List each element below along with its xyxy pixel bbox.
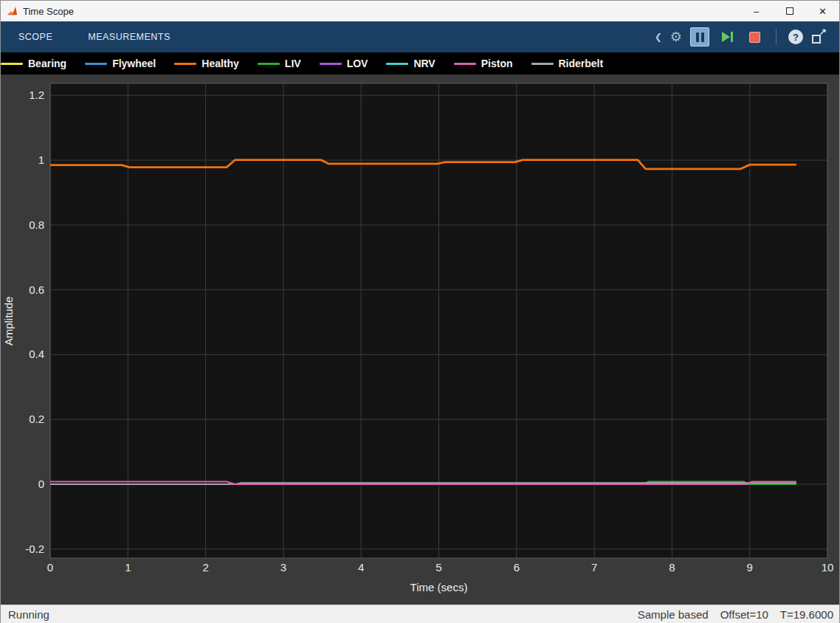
toolstrip-tabs: SCOPE MEASUREMENTS (1, 21, 188, 52)
tab-measurements[interactable]: MEASUREMENTS (70, 21, 188, 52)
matlab-icon (7, 6, 18, 17)
y-tick-label: 0.6 (29, 283, 44, 296)
x-tick-label: 7 (591, 561, 597, 574)
x-tick-label: 5 (436, 561, 441, 574)
legend-label: LOV (347, 58, 368, 69)
simulation-settings-icon[interactable]: ⚙ (670, 30, 682, 44)
toolstrip: SCOPE MEASUREMENTS ❮ ⚙ ? ↗ (1, 21, 839, 52)
time-scope-chart: 012345678910-0.200.20.40.60.811.2Time (s… (1, 75, 840, 605)
popout-button[interactable]: ↗ (811, 30, 826, 44)
y-tick-label: 0.8 (29, 218, 44, 231)
legend-item-liv[interactable]: LIV (258, 58, 301, 69)
y-tick-label: -0.2 (25, 543, 44, 555)
pause-button[interactable] (690, 27, 709, 47)
legend-item-riderbelt[interactable]: Riderbelt (531, 58, 604, 69)
toolbar-divider (776, 29, 777, 45)
collapse-toolbar-icon[interactable]: ❮ (655, 32, 662, 42)
status-sample-mode: Sample based (638, 608, 709, 621)
toolstrip-icons: ❮ ⚙ ? ↗ (655, 27, 839, 47)
x-tick-label: 2 (202, 561, 208, 574)
close-button[interactable]: ✕ (806, 1, 839, 21)
legend-label: Healthy (202, 58, 239, 69)
legend-item-lov[interactable]: LOV (320, 58, 368, 69)
legend-label: Flywheel (112, 58, 156, 69)
y-tick-label: 1 (38, 154, 44, 166)
status-running: Running (8, 608, 49, 621)
tab-scope[interactable]: SCOPE (1, 21, 70, 52)
x-tick-label: 3 (280, 561, 286, 574)
status-right-group: Sample based Offset=10 T=19.6000 (638, 608, 833, 621)
y-tick-label: 0 (38, 478, 44, 490)
maximize-icon (786, 7, 793, 15)
status-time: T=19.6000 (780, 608, 833, 621)
scope-plot-region: 012345678910-0.200.20.40.60.811.2Time (s… (1, 75, 839, 605)
legend-item-healthy[interactable]: Healthy (174, 58, 239, 69)
step-forward-icon (722, 32, 730, 42)
x-tick-label: 0 (47, 561, 53, 574)
y-tick-label: 0.2 (29, 413, 44, 425)
legend-label: NRV (413, 58, 435, 69)
window-controls: – ✕ (740, 1, 839, 21)
maximize-button[interactable] (773, 1, 806, 21)
legend-swatch-icon (454, 63, 476, 65)
help-button[interactable]: ? (788, 30, 803, 44)
x-tick-label: 1 (125, 561, 131, 574)
step-forward-button[interactable] (717, 27, 737, 47)
legend-swatch-icon (320, 63, 342, 65)
legend-swatch-icon (386, 63, 408, 65)
legend-label: LIV (285, 58, 301, 69)
y-tick-label: 0.4 (29, 348, 44, 360)
x-tick-label: 10 (822, 561, 834, 574)
legend-label: Bearing (28, 58, 66, 69)
x-axis-label: Time (secs) (410, 581, 468, 593)
x-tick-label: 4 (358, 561, 364, 574)
legend-swatch-icon (258, 63, 280, 65)
legend-item-flywheel[interactable]: Flywheel (85, 58, 156, 69)
legend-label: Piston (481, 58, 513, 69)
legend-swatch-icon (531, 63, 554, 65)
x-tick-label: 6 (514, 561, 520, 574)
y-axis-label: Amplitude (2, 297, 15, 346)
legend-item-piston[interactable]: Piston (454, 58, 513, 69)
stop-icon (749, 32, 760, 43)
minimize-button[interactable]: – (740, 1, 773, 21)
legend-item-bearing[interactable]: Bearing (1, 58, 66, 69)
legend-swatch-icon (85, 63, 107, 65)
legend-item-nrv[interactable]: NRV (386, 58, 435, 69)
status-offset: Offset=10 (720, 608, 768, 621)
y-tick-label: 1.2 (29, 89, 44, 101)
legend-swatch-icon (1, 63, 23, 65)
window-title: Time Scope (23, 6, 74, 17)
x-tick-label: 9 (747, 561, 753, 574)
pause-icon (696, 32, 704, 42)
stop-button[interactable] (745, 27, 764, 47)
legend-swatch-icon (174, 63, 196, 65)
legend-bar: BearingFlywheelHealthyLIVLOVNRVPistonRid… (1, 52, 839, 75)
time-scope-window: Time Scope – ✕ SCOPE MEASUREMENTS ❮ ⚙ (0, 0, 840, 623)
statusbar: Running Sample based Offset=10 T=19.6000 (1, 605, 839, 623)
legend-label: Riderbelt (559, 58, 604, 69)
titlebar: Time Scope – ✕ (1, 1, 839, 21)
x-tick-label: 8 (669, 561, 675, 574)
